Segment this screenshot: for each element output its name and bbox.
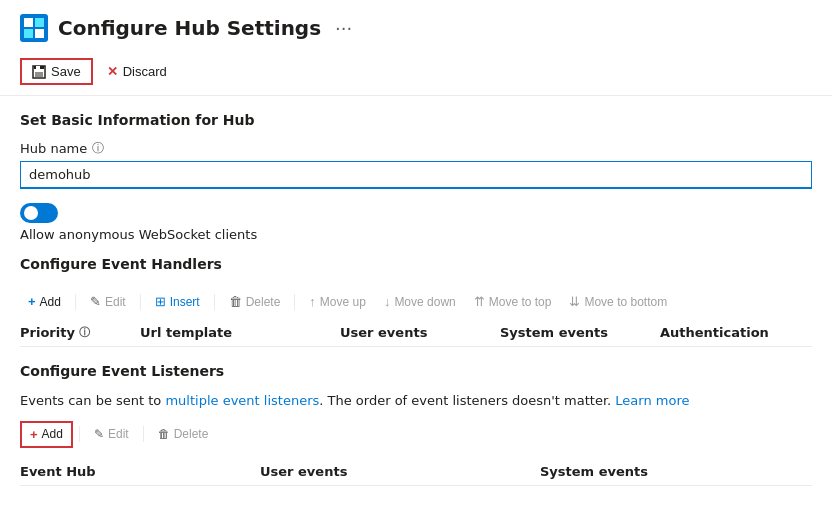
svg-rect-3: [24, 29, 33, 38]
event-listeners-description: Events can be sent to multiple event lis…: [20, 391, 812, 411]
el-separator-1: [79, 426, 80, 442]
hub-name-input-wrap: demohub: [20, 161, 812, 189]
eh-delete-label: Delete: [246, 295, 281, 309]
el-separator-2: [143, 426, 144, 442]
save-button[interactable]: Save: [20, 58, 93, 85]
eh-add-label: Add: [40, 295, 61, 309]
plus-red-icon: +: [30, 427, 38, 442]
col-authentication: Authentication: [660, 325, 820, 340]
discard-icon: ✕: [107, 64, 118, 79]
insert-icon: ⊞: [155, 294, 166, 309]
app-logo-icon: [20, 14, 48, 42]
eh-move-down-button[interactable]: ↓ Move down: [376, 290, 464, 313]
el-col-system-events: System events: [540, 464, 740, 479]
edit-icon: ✎: [90, 294, 101, 309]
event-handlers-section: Configure Event Handlers + Add ✎ Edit ⊞ …: [20, 256, 812, 347]
eh-insert-label: Insert: [170, 295, 200, 309]
eh-edit-label: Edit: [105, 295, 126, 309]
col-priority: Priority ⓘ: [20, 325, 140, 340]
el-edit-icon: ✎: [94, 427, 104, 441]
svg-rect-2: [35, 18, 44, 27]
page-header: Configure Hub Settings ···: [0, 0, 832, 52]
col-user-events: User events: [340, 325, 500, 340]
save-label: Save: [51, 64, 81, 79]
basic-info-section-title: Set Basic Information for Hub: [20, 112, 812, 128]
eh-move-top-button[interactable]: ⇈ Move to top: [466, 290, 560, 313]
save-icon: [32, 65, 46, 79]
svg-rect-7: [35, 72, 43, 77]
hub-name-info-icon[interactable]: ⓘ: [92, 140, 104, 157]
page-title: Configure Hub Settings: [58, 16, 321, 40]
anonymous-toggle-row: [20, 203, 812, 223]
toggle-thumb: [24, 206, 38, 220]
svg-rect-8: [36, 66, 40, 69]
move-bottom-icon: ⇊: [569, 294, 580, 309]
separator-2: [140, 294, 141, 310]
event-handlers-toolbar: + Add ✎ Edit ⊞ Insert 🗑 Delete: [20, 284, 812, 319]
eh-move-up-button[interactable]: ↑ Move up: [301, 290, 374, 313]
arrow-up-icon: ↑: [309, 294, 316, 309]
el-col-event-hub: Event Hub: [20, 464, 260, 479]
main-content: Set Basic Information for Hub Hub name ⓘ…: [0, 96, 832, 502]
anonymous-toggle[interactable]: [20, 203, 58, 223]
eh-add-button[interactable]: + Add: [20, 290, 69, 313]
el-delete-label: Delete: [174, 427, 209, 441]
separator-4: [294, 294, 295, 310]
event-handlers-title: Configure Event Handlers: [20, 256, 812, 272]
el-delete-icon: 🗑: [158, 427, 170, 441]
el-col-user-events: User events: [260, 464, 540, 479]
more-options-icon[interactable]: ···: [335, 18, 352, 39]
eh-move-down-label: Move down: [394, 295, 455, 309]
eh-move-up-label: Move up: [320, 295, 366, 309]
eh-delete-button[interactable]: 🗑 Delete: [221, 290, 289, 313]
el-add-button[interactable]: + Add: [20, 421, 73, 448]
anonymous-label: Allow anonymous WebSocket clients: [20, 227, 812, 242]
col-system-events: System events: [500, 325, 660, 340]
discard-label: Discard: [123, 64, 167, 79]
multiple-event-listeners-link[interactable]: multiple event listeners: [165, 393, 319, 408]
event-listeners-section: Configure Event Listeners Events can be …: [20, 363, 812, 486]
svg-rect-4: [35, 29, 44, 38]
separator-3: [214, 294, 215, 310]
svg-rect-1: [24, 18, 33, 27]
plus-icon: +: [28, 294, 36, 309]
discard-button[interactable]: ✕ Discard: [97, 60, 177, 83]
eh-move-bottom-label: Move to bottom: [584, 295, 667, 309]
el-edit-button[interactable]: ✎ Edit: [86, 423, 137, 445]
el-delete-button[interactable]: 🗑 Delete: [150, 423, 217, 445]
el-edit-label: Edit: [108, 427, 129, 441]
eh-move-top-label: Move to top: [489, 295, 552, 309]
event-listeners-toolbar: + Add ✎ Edit 🗑 Delete: [20, 421, 812, 448]
hub-name-field-group: Hub name ⓘ demohub: [20, 140, 812, 189]
hub-name-label: Hub name ⓘ: [20, 140, 812, 157]
delete-icon: 🗑: [229, 294, 242, 309]
learn-more-link[interactable]: Learn more: [615, 393, 689, 408]
hub-name-input[interactable]: demohub: [21, 162, 261, 187]
move-top-icon: ⇈: [474, 294, 485, 309]
page-toolbar: Save ✕ Discard: [0, 52, 832, 96]
separator-1: [75, 294, 76, 310]
eh-move-bottom-button[interactable]: ⇊ Move to bottom: [561, 290, 675, 313]
eh-insert-button[interactable]: ⊞ Insert: [147, 290, 208, 313]
event-listeners-table-header: Event Hub User events System events: [20, 458, 812, 486]
col-url-template: Url template: [140, 325, 340, 340]
eh-edit-button[interactable]: ✎ Edit: [82, 290, 134, 313]
arrow-down-icon: ↓: [384, 294, 391, 309]
el-add-label: Add: [42, 427, 63, 441]
priority-info-icon[interactable]: ⓘ: [79, 325, 90, 340]
event-listeners-title: Configure Event Listeners: [20, 363, 812, 379]
event-handlers-table-header: Priority ⓘ Url template User events Syst…: [20, 319, 812, 347]
